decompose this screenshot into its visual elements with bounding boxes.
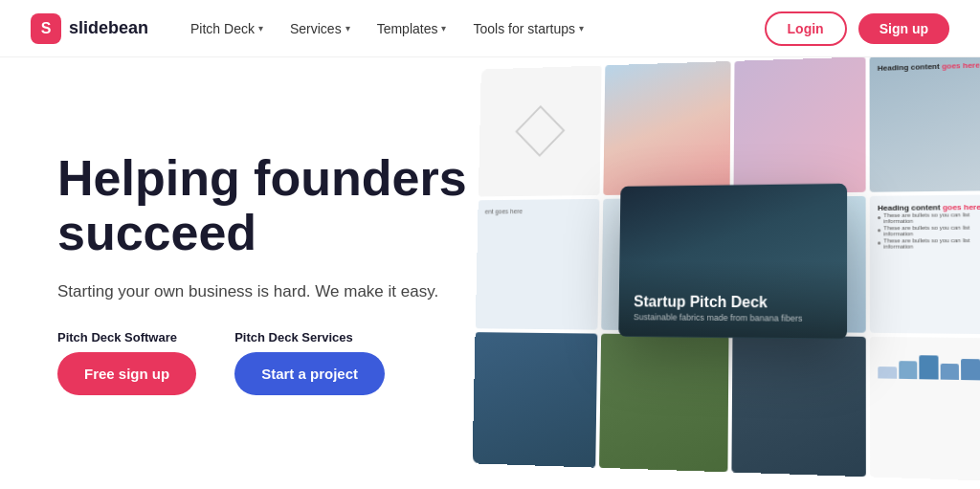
bullet-item: These are bullets so you can list inform… xyxy=(878,236,980,249)
slide-cell: Heading content goes here These are bull… xyxy=(870,193,980,334)
cta-group-2: Pitch Deck Services Start a project xyxy=(234,330,385,395)
slide-heading: Heading content goes here xyxy=(878,202,980,211)
bullet-dot xyxy=(878,241,880,244)
cta-label-2: Pitch Deck Services xyxy=(234,330,385,345)
logo-icon: S xyxy=(31,13,61,44)
slide-text: ent goes here xyxy=(485,206,592,215)
bar xyxy=(940,363,959,380)
chevron-down-icon: ▾ xyxy=(441,23,446,33)
hero-subtitle: Starting your own business is hard. We m… xyxy=(57,279,488,304)
bullet-item: These are bullets so you can list inform… xyxy=(878,224,980,236)
chevron-down-icon: ▾ xyxy=(579,23,584,33)
hero-title: Helping founders succeed xyxy=(57,151,488,260)
nav-actions: Login Sign up xyxy=(765,11,949,46)
hero-ctas: Pitch Deck Software Free sign up Pitch D… xyxy=(57,330,488,395)
slide-cell xyxy=(734,57,866,193)
slide-cell: ent goes here xyxy=(476,198,600,329)
chevron-down-icon: ▾ xyxy=(258,23,263,33)
cta-label-1: Pitch Deck Software xyxy=(57,330,196,345)
slide-cell xyxy=(479,65,602,196)
featured-slide: Startup Pitch Deck Sustainable fabrics m… xyxy=(618,183,847,339)
slide-heading: Heading content goes here xyxy=(878,59,980,72)
hero-image: Heading content goes here ent goes here … xyxy=(454,57,980,479)
featured-slide-title: Startup Pitch Deck xyxy=(634,293,832,311)
slides-collage: Heading content goes here ent goes here … xyxy=(473,57,980,481)
slide-cell xyxy=(603,60,730,194)
nav-links: Pitch Deck ▾ Services ▾ Templates ▾ Tool… xyxy=(179,15,765,42)
hero-section: Helping founders succeed Starting your o… xyxy=(0,57,980,489)
bar xyxy=(878,367,896,379)
chevron-down-icon: ▾ xyxy=(345,23,350,33)
bar xyxy=(919,355,938,379)
hero-content: Helping founders succeed Starting your o… xyxy=(57,151,488,396)
navbar: S slidebean Pitch Deck ▾ Services ▾ Temp… xyxy=(0,0,980,57)
slide-cell xyxy=(599,333,728,471)
diamond-shape xyxy=(515,105,565,157)
bullet-dot xyxy=(878,216,880,219)
nav-templates[interactable]: Templates ▾ xyxy=(366,15,458,42)
signup-button[interactable]: Sign up xyxy=(858,13,949,44)
nav-tools[interactable]: Tools for startups ▾ xyxy=(461,15,595,42)
free-signup-button[interactable]: Free sign up xyxy=(57,352,196,395)
bullet-dot xyxy=(878,229,880,232)
logo-text: slidebean xyxy=(69,18,148,38)
slide-cell xyxy=(473,332,598,467)
start-project-button[interactable]: Start a project xyxy=(234,352,385,395)
nav-pitch-deck[interactable]: Pitch Deck ▾ xyxy=(179,15,275,42)
slide-cell xyxy=(870,337,980,481)
login-button[interactable]: Login xyxy=(765,11,847,46)
logo[interactable]: S slidebean xyxy=(31,13,148,44)
featured-slide-subtitle: Sustainable fabrics made from banana fib… xyxy=(634,312,832,323)
bar-chart xyxy=(878,348,980,380)
slide-cell: Heading content goes here xyxy=(870,57,980,191)
slide-cell xyxy=(731,335,865,477)
bullet-item: These are bullets so you can list inform… xyxy=(878,211,980,223)
cta-group-1: Pitch Deck Software Free sign up xyxy=(57,330,196,395)
bar xyxy=(899,361,918,379)
nav-services[interactable]: Services ▾ xyxy=(278,15,362,42)
bar xyxy=(961,359,980,380)
